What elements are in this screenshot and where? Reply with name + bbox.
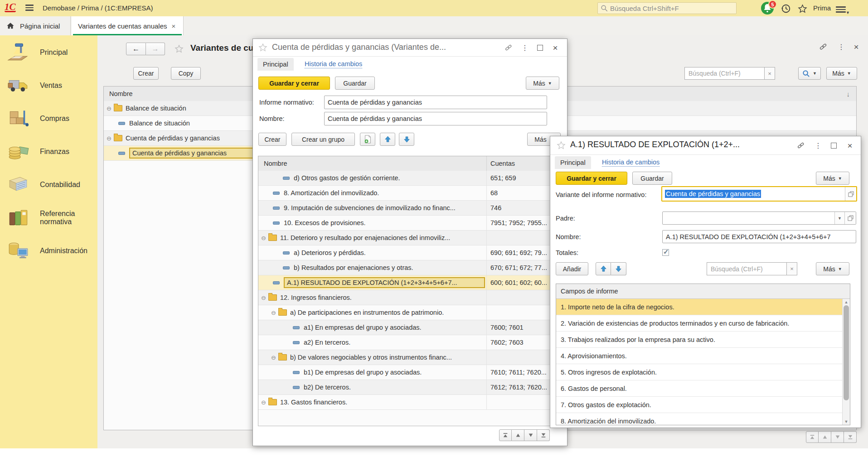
tab-historia-de-cambios[interactable]: Historia de cambios [304,58,363,71]
back-button[interactable]: ← [126,43,146,55]
create-group-button[interactable]: Crear un grupo [291,133,355,146]
table-row[interactable]: b) Resultados por enajenaciones y otras.… [258,260,562,275]
scrollbar[interactable]: ▲ ▼ [842,299,850,425]
create-button[interactable]: Crear [258,133,286,146]
table-row[interactable]: a) Deterioros y pérdidas.690; 691; 692; … [258,245,562,260]
go-first-button[interactable] [806,431,819,443]
variante-field[interactable]: Cuenta de pérdidas y ganancias [661,186,857,202]
forward-button[interactable]: → [146,43,165,55]
padre-field[interactable]: ▼ [662,212,856,225]
tree-collapse-icon[interactable]: ⊖ [271,354,276,361]
create-copy-button[interactable] [360,133,375,146]
save-button[interactable]: Guardar [632,172,672,185]
move-down-button[interactable] [399,133,414,146]
save-close-button[interactable]: Guardar y cerrar [556,172,627,185]
move-up-button[interactable] [596,262,611,275]
tab-historia-de-cambios[interactable]: Historia de cambios [601,156,660,169]
window-maximize-icon[interactable] [535,43,545,53]
tree-collapse-icon[interactable]: ⊖ [261,399,266,406]
save-close-button[interactable]: Guardar y cerrar [258,77,330,90]
favorites-button[interactable] [797,3,808,14]
sidebar-item-compras[interactable]: Compras [0,106,97,131]
table-header[interactable]: Nombre Cuentas [258,156,562,171]
table-row[interactable]: 9. Imputación de subvenciones de inmovil… [258,201,562,216]
table-row[interactable]: b2) De terceros.7612; 7613; 7620... [258,380,562,395]
table-row[interactable]: b1) De empresas del grupo y asociadas.76… [258,365,562,380]
tab-variantes[interactable]: Variantes de cuentas anuales × [72,16,184,35]
campo-item[interactable]: 5. Otros ingresos de explotación. [556,364,842,380]
main-menu-icon[interactable] [25,3,34,12]
go-next-button[interactable] [524,429,537,441]
table-row[interactable]: 10. Excesos de provisiones.7951; 7952; 7… [258,216,562,231]
scroll-thumb[interactable] [844,305,849,400]
tree-collapse-icon[interactable]: ⊖ [261,235,266,241]
campo-item[interactable]: 7. Otros gastos de explotación. [556,397,842,413]
table-row[interactable]: ⊖11. Deterioro y resultado por enajenaci… [258,231,562,245]
more-button[interactable]: Más▼ [816,262,849,275]
favorite-star-icon[interactable] [557,141,566,150]
window-link-icon[interactable] [816,40,830,54]
campos-search-clear-icon[interactable]: × [786,262,797,275]
search-options-button[interactable]: ▼ [798,67,821,80]
sidebar-item-finanzas[interactable]: Finanzas [0,139,97,164]
more-button[interactable]: Más▼ [526,77,559,90]
window-link-icon[interactable] [501,41,515,55]
history-button[interactable] [781,3,791,14]
sidebar-item-contabilidad[interactable]: Contabilidad [0,172,97,197]
window-kebab-menu-icon[interactable]: ⋮ [520,43,530,53]
tab-principal[interactable]: Principal [257,58,294,71]
column-nombre[interactable]: Nombre [258,160,486,167]
create-button[interactable]: Crear [133,67,159,80]
go-first-button[interactable] [499,429,512,441]
window-kebab-menu-icon[interactable]: ⋮ [813,140,823,150]
campo-item[interactable]: 8. Amortización del inmovilizado. [556,413,842,425]
table-row[interactable]: a1) En empresas del grupo y asociadas.76… [258,320,562,335]
more-button[interactable]: Más▼ [816,172,849,185]
campo-item[interactable]: 6. Gastos de personal. [556,380,842,397]
window-close-icon[interactable]: × [845,140,855,150]
open-button[interactable] [844,212,856,224]
add-button[interactable]: Añadir [556,262,588,275]
totales-checkbox[interactable]: ✓ [662,249,669,256]
go-last-button[interactable] [844,431,857,443]
sidebar-item-administraci-n[interactable]: Administración [0,238,97,264]
go-prev-button[interactable] [819,431,831,443]
tree-collapse-icon[interactable]: ⊖ [271,309,276,316]
table-row[interactable]: a2) En terceros.7602; 7603 [258,335,562,350]
table-row[interactable]: ⊖b) De valores negociables y otros instr… [258,350,562,365]
sidebar-item-ventas[interactable]: Ventas [0,73,97,98]
table-row[interactable]: 8. Amortización del inmovilizado.68 [258,186,562,201]
favorite-star-icon[interactable] [175,44,184,53]
campo-item[interactable]: 2. Variación de existencias de productos… [556,315,842,332]
dialog1-titlebar[interactable]: Cuenta de pérdidas y ganancias (Variante… [253,39,567,57]
scroll-up-icon[interactable]: ▲ [843,300,850,304]
main-search-input[interactable] [684,67,764,80]
table-row[interactable]: ⊖a) De participaciones en instrumentos d… [258,305,562,320]
settings-menu-button[interactable]: ▼ [835,4,846,15]
informe-field[interactable]: Cuenta de pérdidas y ganancias [324,96,547,109]
campos-search-input[interactable] [707,262,786,275]
tab-principal[interactable]: Principal [555,156,591,169]
user-name[interactable]: Prima [813,4,831,12]
go-last-button[interactable] [537,429,550,441]
table-row[interactable]: A.1) RESULTADO DE EXPLOTACIÓN (1+2+3+4+5… [258,275,562,290]
window-close-icon[interactable]: × [851,42,861,52]
favorite-star-icon[interactable] [258,43,267,52]
scroll-down-icon[interactable]: ▼ [843,419,850,424]
dropdown-button[interactable]: ▼ [834,212,844,224]
tree-collapse-icon[interactable]: ⊖ [261,294,266,301]
go-prev-button[interactable] [512,429,524,441]
open-button[interactable] [845,187,856,201]
sidebar-item-referencia-normativa[interactable]: Referencia normativa [0,205,97,231]
window-kebab-menu-icon[interactable]: ⋮ [836,42,846,52]
sidebar-item-principal[interactable]: Principal [0,40,97,65]
campo-item[interactable]: 3. Trabajos realizados por la empresa pa… [556,332,842,348]
copy-button[interactable]: Copy [171,67,201,80]
move-up-button[interactable] [380,133,395,146]
window-link-icon[interactable] [794,139,808,153]
move-down-button[interactable] [611,262,626,275]
table-row[interactable]: ⊖13. Gastos financieros. [258,395,562,410]
global-search-input[interactable]: Búsqueda Ctrl+Shift+F [597,2,737,14]
tree-collapse-icon[interactable]: ⊖ [107,135,112,142]
window-maximize-icon[interactable] [829,140,839,150]
